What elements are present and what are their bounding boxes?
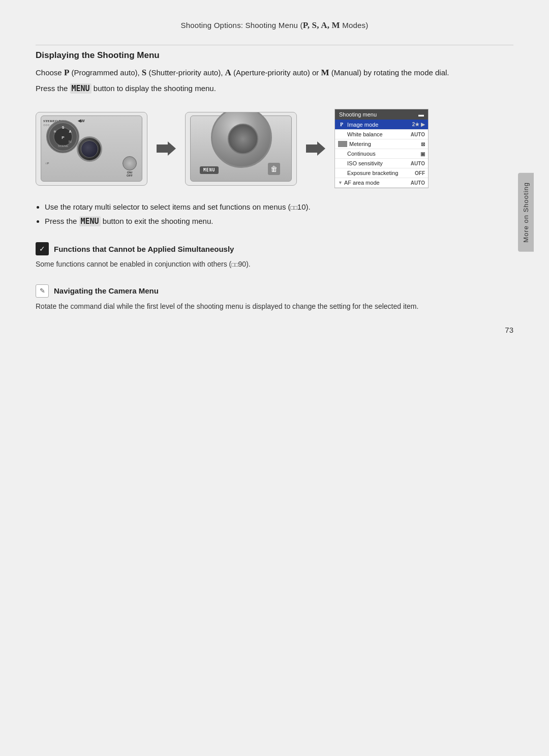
menu-label-continuous: Continuous	[347, 151, 420, 157]
menu-val-image-mode: 2★ ▶	[412, 122, 425, 127]
menu-button-ref: MENU	[70, 83, 92, 94]
menu-screenshot: Shooting menu ▬ P Image mode 2★ ▶ White …	[334, 109, 429, 188]
camera1-lens	[77, 136, 102, 162]
section-title: Displaying the Shooting Menu	[36, 50, 513, 61]
p-letter: P	[64, 68, 69, 77]
note2-box: ✎ Navigating the Camera Menu Rotate the …	[36, 284, 513, 312]
arrow1-icon	[157, 141, 176, 156]
check-icon: ✓	[36, 242, 49, 255]
menu-val-white-balance: AUTO	[411, 132, 425, 137]
a-letter: A	[225, 68, 231, 77]
para2-post: button to display the shooting menu.	[92, 84, 216, 93]
bullet2-menu-btn: MENU	[79, 216, 101, 226]
bullet2-pre: Press the	[45, 217, 79, 225]
menu-row-white-balance: White balance AUTO	[335, 130, 428, 139]
svg-marker-9	[306, 141, 325, 156]
a-desc: (Aperture-priority auto) or	[231, 68, 321, 77]
svg-text:M: M	[69, 140, 72, 143]
pencil-icon-symbol: ✎	[40, 287, 45, 295]
menu-row-image-mode: P Image mode 2★ ▶	[335, 120, 428, 130]
svg-text:SCENE: SCENE	[57, 144, 68, 148]
menu-val-exposure: OFF	[415, 170, 425, 176]
svg-text:P: P	[62, 135, 65, 140]
note1-box: ✓ Functions that Cannot be Applied Simul…	[36, 242, 513, 270]
menu-label-image-mode: Image mode	[347, 122, 412, 128]
note1-body-end: ).	[246, 260, 251, 268]
page-header: Shooting Options: Shooting Menu (P, S, A…	[36, 20, 513, 31]
para1-pre: Choose	[36, 68, 64, 77]
note1-ref: □□	[231, 261, 238, 268]
menu-header-icon: ▬	[418, 111, 424, 118]
bullet1-ref: □□	[291, 205, 297, 211]
note2-title: Navigating the Camera Menu	[54, 286, 159, 295]
svg-text:S: S	[62, 126, 64, 129]
camera1-image: STEREO ■○○○ S A ✱ P M SCENE	[36, 112, 147, 186]
body-para1: Choose P (Programmed auto), S (Shutter-p…	[36, 66, 513, 79]
menu-label-metering: Metering	[349, 141, 421, 147]
bullet-item-2: Press the MENU button to exit the shooti…	[45, 215, 513, 228]
menu-label-iso: ISO sensitivity	[347, 160, 411, 166]
s-letter: S	[142, 68, 146, 77]
arrow2-icon	[306, 141, 325, 156]
p-badge: P	[338, 121, 345, 128]
menu-row-iso: ISO sensitivity AUTO	[335, 159, 428, 168]
side-tab: More on Shooting	[518, 173, 534, 252]
note1-title: Functions that Cannot be Applied Simulta…	[54, 245, 234, 253]
note1-body: Some functions cannot be enabled in conj…	[36, 258, 513, 270]
menu-row-continuous: Continuous ▣	[335, 149, 428, 159]
m-desc: (Manual) by rotating the mode dial.	[329, 68, 449, 77]
bullet-list: Use the rotary multi selector to select …	[45, 200, 513, 228]
mode-dial: S A ✱ P M SCENE	[46, 120, 79, 153]
menu-button-diagram: MENU	[200, 166, 219, 174]
camera2-image: MENU ✿ 🗑	[185, 112, 297, 186]
menu-label-white-balance: White balance	[347, 131, 411, 137]
para2-pre: Press the	[36, 84, 70, 93]
menu-row-metering: Metering ⊠	[335, 139, 428, 149]
svg-marker-8	[157, 141, 176, 156]
menu-val-iso: AUTO	[411, 161, 425, 166]
menu-val-af: AUTO	[411, 180, 425, 186]
p-desc: (Programmed auto),	[69, 68, 142, 77]
note1-header: ✓ Functions that Cannot be Applied Simul…	[36, 242, 513, 255]
note1-refnum: 90	[238, 260, 247, 268]
m-letter: M	[321, 68, 329, 77]
menu-title: Shooting menu	[339, 111, 377, 118]
note2-header: ✎ Navigating the Camera Menu	[36, 284, 513, 298]
header-title-end: Modes)	[340, 21, 369, 30]
menu-val-continuous: ▣	[420, 151, 425, 157]
diagram-area: STEREO ■○○○ S A ✱ P M SCENE	[36, 109, 513, 188]
bullet2-post: button to exit the shooting menu.	[101, 217, 214, 225]
note1-body-pre: Some functions cannot be enabled in conj…	[36, 260, 231, 268]
menu-label-exposure: Exposure bracketing	[347, 170, 415, 176]
bullet-item-1: Use the rotary multi selector to select …	[45, 200, 513, 214]
svg-text:✱: ✱	[53, 130, 56, 133]
page-number: 73	[505, 326, 513, 334]
bullet1-refnum: 10).	[297, 202, 311, 211]
menu-header: Shooting menu ▬	[335, 109, 428, 120]
menu-label-af: AF area mode	[344, 180, 411, 186]
note2-body: Rotate the command dial while the first …	[36, 301, 513, 312]
check-icon-symbol: ✓	[39, 245, 45, 253]
menu-row-af: ▼ AF area mode AUTO	[335, 178, 428, 188]
s-desc: (Shutter-priority auto),	[146, 68, 225, 77]
trash-icon: 🗑	[268, 163, 280, 175]
menu-val-metering: ⊠	[421, 141, 425, 147]
menu-row-exposure: Exposure bracketing OFF	[335, 168, 428, 178]
svg-text:A: A	[69, 130, 71, 133]
header-modes: P, S, A, M	[303, 20, 340, 30]
pencil-icon: ✎	[36, 284, 49, 298]
bullet1-pre: Use the rotary multi selector to select …	[45, 202, 291, 211]
header-title-text: Shooting Options: Shooting Menu (	[181, 21, 303, 30]
body-para2: Press the MENU button to display the sho…	[36, 82, 513, 95]
